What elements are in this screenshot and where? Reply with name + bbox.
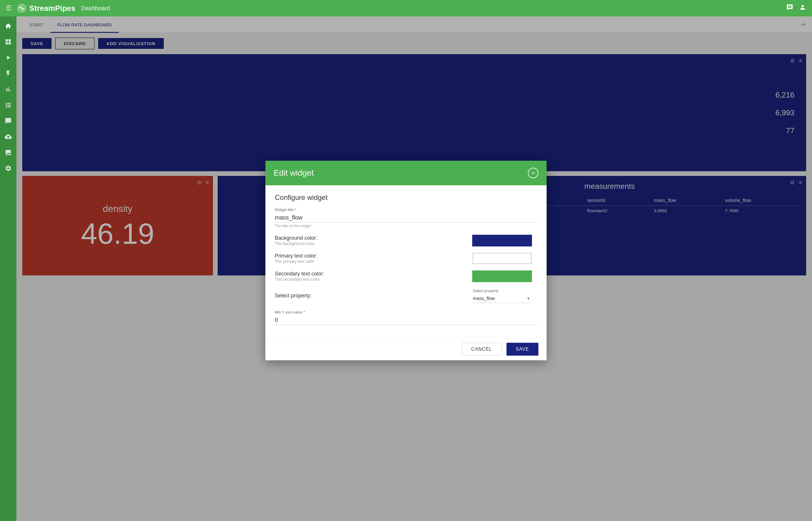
- min-y-input[interactable]: [275, 316, 537, 325]
- primary-color-label: Primary text color:: [275, 253, 473, 259]
- sidebar-item-dashboard[interactable]: [1, 35, 15, 49]
- sidebar-item-settings[interactable]: [1, 162, 15, 175]
- bg-color-label-block: Background color: The background color: [275, 235, 473, 246]
- dialog-close-icon: ×: [531, 170, 535, 177]
- select-property-dropdown[interactable]: mass_flow density volume_flow fluid_temp…: [473, 294, 531, 303]
- sidebar-item-message[interactable]: [1, 114, 15, 128]
- secondary-color-swatch[interactable]: [473, 271, 531, 281]
- topbar-actions: [786, 4, 806, 13]
- widget-title-group: Widget title * The title of the widget: [275, 207, 537, 228]
- secondary-color-label-block: Secondary text color: The secondary text…: [275, 271, 473, 281]
- dialog-title: Edit widget: [273, 168, 314, 178]
- select-property-main-label: Select property:: [275, 293, 473, 299]
- sidebar-item-chart[interactable]: [1, 83, 15, 96]
- primary-color-row: Primary text color: The primary text col…: [275, 253, 537, 264]
- primary-color-swatch-area: [473, 253, 537, 264]
- configure-widget-title: Configure widget: [275, 194, 537, 202]
- notification-icon[interactable]: [786, 4, 793, 13]
- dialog-body: Configure widget Widget title * The titl…: [265, 185, 547, 338]
- select-property-row: Select property: Select property mass_fl…: [275, 289, 537, 303]
- bg-color-sub: The background color: [275, 241, 473, 246]
- dialog-save-button[interactable]: SAVE: [506, 343, 539, 356]
- edit-widget-dialog: Edit widget × Configure widget Widget ti…: [265, 161, 547, 360]
- sidebar-item-play[interactable]: [1, 51, 15, 64]
- bg-color-swatch-area: [473, 235, 537, 246]
- widget-title-input[interactable]: [275, 213, 537, 223]
- sidebar-item-image[interactable]: [1, 146, 15, 159]
- sidebar-item-grid[interactable]: [1, 98, 15, 112]
- section-title: Dashboard: [82, 5, 110, 12]
- select-property-small-label: Select property: [473, 289, 537, 293]
- primary-color-label-block: Primary text color: The primary text col…: [275, 253, 473, 264]
- bg-color-row: Background color: The background color: [275, 235, 537, 246]
- secondary-color-row: Secondary text color: The secondary text…: [275, 271, 537, 281]
- primary-color-sub: The primary text color: [275, 259, 473, 264]
- min-y-group: Min Y axis value *: [275, 310, 537, 325]
- dialog-close-button[interactable]: ×: [528, 168, 539, 178]
- account-icon[interactable]: [799, 4, 806, 13]
- sidebar-item-home[interactable]: [1, 19, 15, 33]
- bg-color-swatch[interactable]: [473, 235, 531, 246]
- sidebar-item-upload[interactable]: [1, 130, 15, 143]
- sidebar-item-pipeline[interactable]: [1, 67, 15, 80]
- secondary-color-label: Secondary text color:: [275, 271, 473, 277]
- cancel-button[interactable]: CANCEL: [462, 343, 502, 356]
- dialog-footer: CANCEL SAVE: [265, 338, 547, 360]
- select-property-wrapper: mass_flow density volume_flow fluid_temp…: [473, 294, 531, 303]
- topbar: ☰ StreamPipes Dashboard: [0, 0, 812, 16]
- widget-title-label: Widget title *: [275, 207, 537, 212]
- app-logo: StreamPipes: [16, 3, 75, 14]
- widget-title-hint: The title of the widget: [275, 224, 537, 228]
- primary-color-swatch[interactable]: [473, 253, 531, 264]
- secondary-color-swatch-area: [473, 271, 537, 281]
- logo-icon: [16, 3, 27, 14]
- select-property-area: Select property mass_flow density volume…: [473, 289, 537, 303]
- bg-color-label: Background color:: [275, 235, 473, 241]
- menu-icon[interactable]: ☰: [6, 4, 12, 12]
- dialog-header: Edit widget ×: [265, 161, 547, 185]
- min-y-label: Min Y axis value *: [275, 310, 537, 314]
- sidebar: [0, 16, 16, 521]
- secondary-color-sub: The secondary text color: [275, 277, 473, 281]
